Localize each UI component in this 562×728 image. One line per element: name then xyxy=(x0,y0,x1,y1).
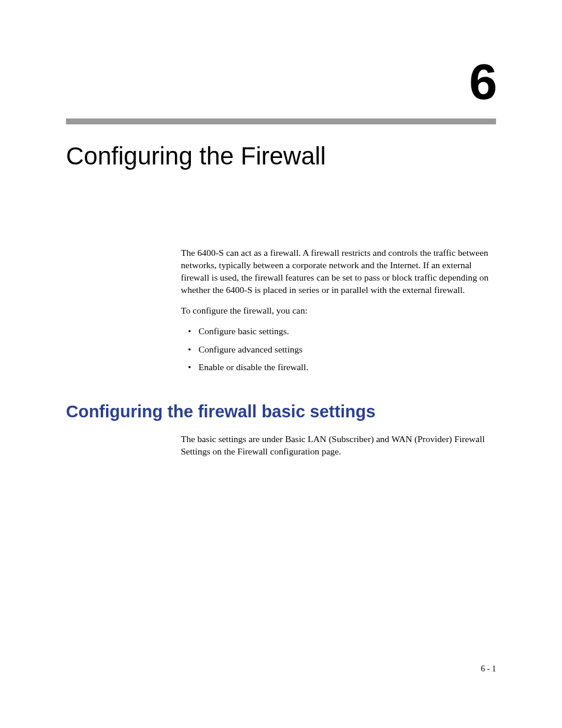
section-heading: Configuring the firewall basic settings xyxy=(66,402,496,421)
page-number: 6 - 1 xyxy=(481,664,496,674)
intro-paragraph-2: To configure the firewall, you can: xyxy=(181,305,496,317)
chapter-title: Configuring the Firewall xyxy=(66,142,496,170)
bullet-item: Enable or disable the firewall. xyxy=(181,361,496,374)
intro-bullet-list: Configure basic settings. Configure adva… xyxy=(181,325,496,374)
bullet-item: Configure basic settings. xyxy=(181,325,496,338)
section-paragraph: The basic settings are under Basic LAN (… xyxy=(181,433,496,458)
bullet-item: Configure advanced settings xyxy=(181,344,496,356)
chapter-divider xyxy=(66,118,496,124)
chapter-number: 6 xyxy=(66,56,496,107)
intro-paragraph-1: The 6400-S can act as a firewall. A fire… xyxy=(181,247,496,297)
